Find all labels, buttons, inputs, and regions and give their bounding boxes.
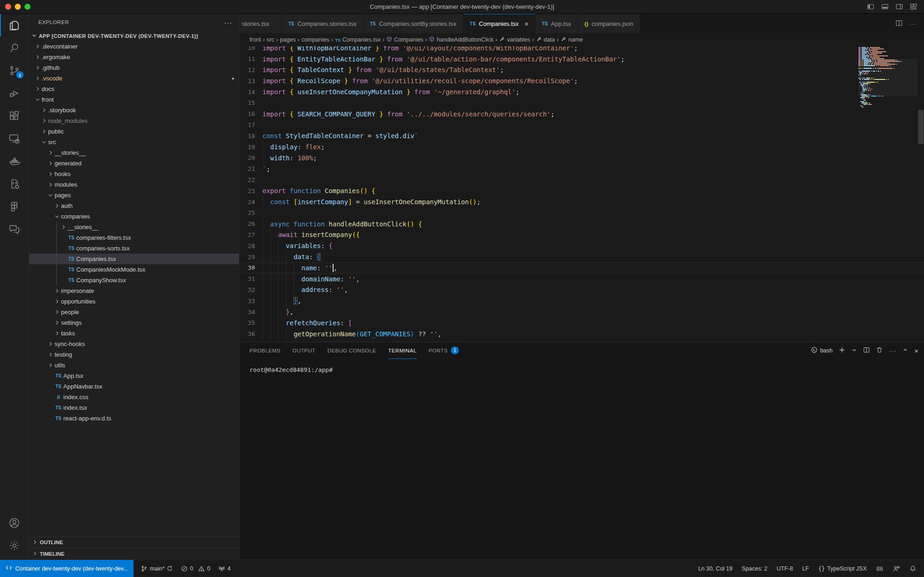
split-editor-icon[interactable] <box>895 19 903 28</box>
split-terminal-icon[interactable] <box>863 346 870 355</box>
tree-item-people[interactable]: people <box>29 307 239 317</box>
code-line-18[interactable]: 18const StyledTableContainer = styled.di… <box>239 130 924 141</box>
breadcrumb-item-variables[interactable]: variables <box>499 36 530 43</box>
line-number[interactable]: 19 <box>239 144 262 151</box>
activity-bar-source-control-icon[interactable]: 1 <box>0 59 29 82</box>
toggle-sidebar-icon[interactable] <box>867 3 875 11</box>
tree-item-hooks[interactable]: hooks <box>29 169 239 179</box>
line-number[interactable]: 32 <box>239 286 262 293</box>
tab-stories-tsx[interactable]: stories.tsx <box>239 14 282 33</box>
breadcrumb-item-data[interactable]: data <box>536 36 555 43</box>
status-language-mode[interactable]: {}TypeScript JSX <box>818 565 867 572</box>
line-number[interactable]: 11 <box>239 55 262 62</box>
tab-app-tsx[interactable]: TSApp.tsx <box>535 14 578 33</box>
code-line-36[interactable]: 36 getOperationName(GET_COMPANIES) ?? ''… <box>239 328 924 340</box>
minimap[interactable] <box>858 46 918 108</box>
breadcrumb-item-name[interactable]: name <box>560 36 583 43</box>
code-editor[interactable]: 10import { WithTopBarContainer } from '@… <box>239 46 924 342</box>
line-number[interactable]: 16 <box>239 110 262 117</box>
forwarded-ports-status[interactable]: 4 <box>219 565 231 572</box>
activity-bar-explorer-icon[interactable] <box>0 14 29 36</box>
zoom-window-button[interactable] <box>24 4 30 10</box>
tree-item-modules[interactable]: modules <box>29 179 239 190</box>
activity-bar-extensions-icon[interactable] <box>0 104 29 127</box>
tree-item-companiesmockmode-tsx[interactable]: TSCompaniesMockMode.tsx <box>29 264 239 275</box>
terminal-dropdown-icon[interactable] <box>851 347 857 354</box>
code-line-25[interactable]: 25 <box>239 207 924 219</box>
activity-bar-search-icon[interactable] <box>0 36 29 59</box>
line-number[interactable]: 14 <box>239 89 262 96</box>
line-number[interactable]: 20 <box>239 154 262 161</box>
tree-item-generated[interactable]: generated <box>29 158 239 169</box>
editor-scrollbar[interactable] <box>918 110 924 144</box>
line-number[interactable]: 22 <box>239 176 262 183</box>
code-line-20[interactable]: 20 width: 100%; <box>239 152 924 164</box>
workspace-section-header[interactable]: APP [CONTAINER DEV-TWENTY-DEV (DEV-TWENT… <box>29 30 239 41</box>
tab-companies-json[interactable]: {}companies.json <box>578 14 640 33</box>
line-number[interactable]: 33 <box>239 298 262 304</box>
breadcrumb-item-src[interactable]: src <box>267 36 274 43</box>
code-line-22[interactable]: 22 <box>239 175 924 186</box>
activity-bar-figma-icon[interactable] <box>0 195 29 218</box>
code-line-14[interactable]: 14import { useInsertOneCompanyMutation }… <box>239 86 924 97</box>
activity-bar-docker-icon[interactable] <box>0 150 29 172</box>
toggle-secondary-sidebar-icon[interactable] <box>895 3 903 11</box>
tree-item-node-modules[interactable]: node_modules <box>29 115 239 126</box>
tree-item--stories-[interactable]: __stories__ <box>29 222 239 232</box>
code-line-17[interactable]: 17 <box>239 120 924 131</box>
status-notifications-bell-icon[interactable] <box>909 565 917 572</box>
tree-item--storybook[interactable]: .storybook <box>29 105 239 115</box>
code-line-24[interactable]: 24 const [insertCompany] = useInsertOneC… <box>239 196 924 207</box>
line-number[interactable]: 28 <box>239 243 262 249</box>
breadcrumb-item-companies[interactable]: Companies <box>386 36 423 43</box>
tree-item--vscode[interactable]: .vscode● <box>29 73 239 84</box>
tree-item-docs[interactable]: docs <box>29 84 239 94</box>
breadcrumb-item-front[interactable]: front <box>249 36 261 43</box>
tab-companies-tsx[interactable]: TSCompanies.tsx× <box>463 14 535 33</box>
editor-more-actions-icon[interactable]: ··· <box>909 20 917 27</box>
activity-bar-settings-icon[interactable] <box>0 534 29 557</box>
tab-companies-stories-tsx[interactable]: TSCompanies.stories.tsx <box>282 14 364 33</box>
breadcrumb-item-companies-tsx[interactable]: TSCompanies.tsx <box>335 36 381 43</box>
tree-item-utils[interactable]: utils <box>29 360 239 370</box>
sidebar-section-timeline[interactable]: TIMELINE <box>29 548 239 559</box>
close-window-button[interactable] <box>5 4 11 10</box>
tree-item-tasks[interactable]: tasks <box>29 328 239 339</box>
tree-item-companies-filters-tsx[interactable]: TScompanies-filters.tsx <box>29 232 239 243</box>
tree-item-react-app-env-d-ts[interactable]: TSreact-app-env.d.ts <box>29 413 239 424</box>
tree-item--github[interactable]: .github <box>29 62 239 73</box>
tree-item-appnavbar-tsx[interactable]: TSAppNavbar.tsx <box>29 381 239 392</box>
code-line-23[interactable]: 23export function Companies() { <box>239 185 924 196</box>
terminal-output[interactable]: root@0a42ecd84891:/app# <box>239 359 924 373</box>
status-copilot-icon[interactable] <box>876 565 883 572</box>
breadcrumb-item-pages[interactable]: pages <box>280 36 296 43</box>
code-line-11[interactable]: 11import { EntityTableActionBar } from '… <box>239 54 924 65</box>
code-line-15[interactable]: 15 <box>239 97 924 109</box>
code-line-29[interactable]: 29 data: { <box>239 251 924 262</box>
status-encoding[interactable]: UTF-8 <box>777 565 793 572</box>
new-terminal-icon[interactable] <box>839 346 845 355</box>
tree-item--ergomake[interactable]: .ergomake <box>29 52 239 62</box>
tab-companies-sortby-stories-tsx[interactable]: TSCompanies.sortBy.stories.tsx <box>364 14 463 33</box>
line-number[interactable]: 26 <box>239 220 262 227</box>
tree-item-app-tsx[interactable]: TSApp.tsx <box>29 370 239 381</box>
minimize-window-button[interactable] <box>15 4 21 10</box>
breadcrumb-item-companies[interactable]: companies <box>301 36 329 43</box>
code-line-27[interactable]: 27 await insertCompany({ <box>239 230 924 241</box>
activity-bar-remote-explorer-icon[interactable] <box>0 127 29 150</box>
tree-item-opportunities[interactable]: opportunities <box>29 296 239 307</box>
code-line-19[interactable]: 19 display: flex; <box>239 141 924 152</box>
panel-tab-debug-console[interactable]: DEBUG CONSOLE <box>328 342 377 359</box>
tree-item-src[interactable]: src <box>29 137 239 147</box>
code-line-13[interactable]: 13import { RecoilScope } from '@/ui/util… <box>239 75 924 86</box>
activity-bar-dev-container-file-icon[interactable] <box>0 172 29 195</box>
activity-bar-run-debug-icon[interactable] <box>0 82 29 104</box>
activity-bar-account-icon[interactable] <box>0 511 29 534</box>
maximize-panel-icon[interactable] <box>902 347 908 354</box>
code-line-12[interactable]: 12import { TableContext } from '@/ui/tab… <box>239 65 924 76</box>
line-number[interactable]: 25 <box>239 209 262 216</box>
toggle-panel-icon[interactable] <box>881 3 889 11</box>
tree-item--stories-[interactable]: __stories__ <box>29 147 239 158</box>
line-number[interactable]: 30 <box>239 264 262 271</box>
code-line-31[interactable]: 31 domainName: '', <box>239 273 924 285</box>
